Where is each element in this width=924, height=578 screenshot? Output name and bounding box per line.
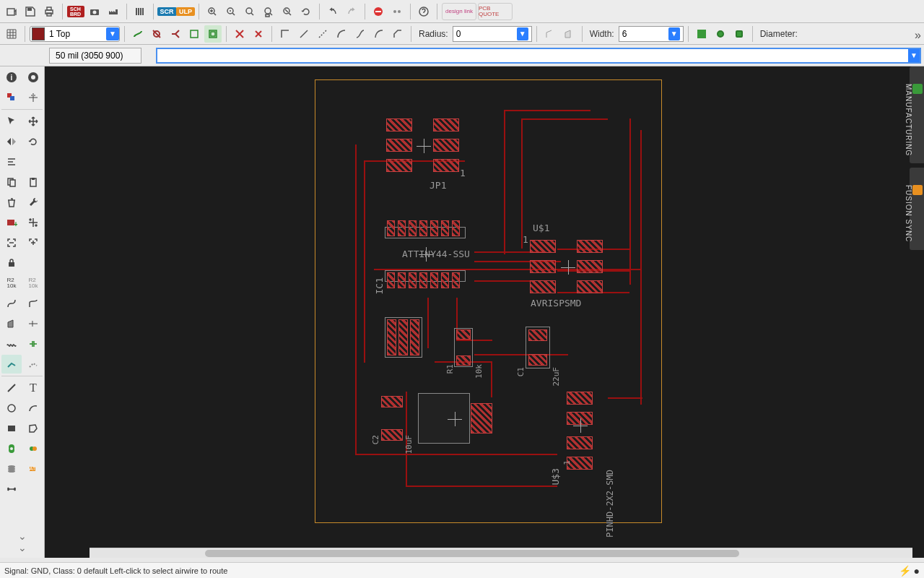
fusion-sync-tab[interactable]: FUSION SYNC <box>910 168 924 249</box>
show-icon[interactable] <box>23 68 43 87</box>
zoom-fit-icon[interactable] <box>204 3 221 20</box>
hole-icon[interactable] <box>23 439 43 458</box>
undo-icon[interactable] <box>324 3 341 20</box>
loop-remove-icon[interactable] <box>186 25 203 43</box>
via-round-icon[interactable] <box>712 25 729 43</box>
ulp-icon[interactable]: ULP <box>177 3 194 20</box>
manufacture-icon[interactable] <box>105 3 122 20</box>
rotate-icon[interactable] <box>23 132 43 151</box>
replace-icon[interactable] <box>23 213 43 232</box>
rect-icon[interactable] <box>1 419 22 438</box>
sch-brd-switch-icon[interactable]: SCH BRD <box>67 3 84 20</box>
bend2-icon[interactable] <box>314 25 331 43</box>
signal-icon[interactable] <box>1 460 22 478</box>
save-icon[interactable] <box>22 3 39 20</box>
svg-point-14 <box>265 8 271 14</box>
radius-input[interactable]: 0▼ <box>453 26 532 42</box>
width-input[interactable]: 6▼ <box>619 26 684 42</box>
command-bar: 50 mil (3050 900) ▼ <box>0 45 924 66</box>
group-icon[interactable] <box>1 233 22 252</box>
via-oct-icon[interactable] <box>731 25 748 43</box>
split-icon[interactable] <box>1 294 22 313</box>
grid-icon[interactable] <box>3 25 20 43</box>
pcb-canvas[interactable]: JP1 1 IC1 ATTINY44-SSU <box>45 66 924 558</box>
mirror-icon[interactable] <box>1 132 22 151</box>
via-square-icon[interactable] <box>693 25 710 43</box>
miter2-icon[interactable] <box>560 25 578 43</box>
ripup-x-icon[interactable] <box>250 25 267 43</box>
paste-icon[interactable] <box>23 173 43 191</box>
design-link-button[interactable]: design link <box>442 3 476 20</box>
meander-icon[interactable] <box>1 335 22 353</box>
zoom-sel-icon[interactable] <box>260 3 277 20</box>
route-tool-icon[interactable] <box>1 355 22 374</box>
bend6-icon[interactable] <box>389 25 406 43</box>
miter-tool-icon[interactable] <box>23 294 43 313</box>
value-icon[interactable]: R210k <box>23 274 43 293</box>
svg-rect-33 <box>10 180 15 186</box>
bend5-icon[interactable] <box>370 25 388 43</box>
name-icon[interactable]: R210k <box>1 274 22 293</box>
chevron-down-icon[interactable]: ▼ <box>908 49 920 62</box>
loop-keep-icon[interactable] <box>204 25 222 43</box>
bend1-icon[interactable] <box>295 25 313 43</box>
zoom-refresh-icon[interactable] <box>297 3 315 20</box>
help-icon[interactable] <box>415 3 432 20</box>
lock-icon[interactable] <box>1 254 22 272</box>
redo-icon[interactable] <box>343 3 360 20</box>
wrench-icon[interactable] <box>23 193 43 212</box>
align-icon[interactable] <box>1 152 22 171</box>
info-icon[interactable]: i <box>1 68 22 87</box>
layer-selector[interactable]: 1 Top ▼ <box>30 26 120 42</box>
expand-tools-icon[interactable]: ⌄⌄ <box>1 527 43 556</box>
arc-icon[interactable] <box>23 399 43 418</box>
move-icon[interactable] <box>23 112 43 131</box>
net-icon[interactable] <box>23 335 43 353</box>
polygon-icon[interactable] <box>23 419 43 438</box>
ripup-cross-icon[interactable] <box>231 25 248 43</box>
route-walk-icon[interactable] <box>148 25 165 43</box>
chevron-down-icon: ▼ <box>106 27 119 40</box>
delete-icon[interactable] <box>1 193 22 212</box>
diameter-label: Diameter: <box>760 29 798 39</box>
bend4-icon[interactable] <box>352 25 369 43</box>
svg-point-20 <box>398 10 401 13</box>
pcb-quote-button[interactable]: PCB QUOTE <box>478 3 513 20</box>
go-icon[interactable] <box>388 3 406 20</box>
coordinates-display: 50 mil (3050 900) <box>49 48 141 64</box>
dimension-icon[interactable] <box>1 480 22 499</box>
slice-icon[interactable] <box>1 314 22 333</box>
text-icon[interactable]: T <box>23 379 43 397</box>
ripup-tool-icon[interactable] <box>23 355 43 374</box>
horizontal-scrollbar[interactable] <box>90 548 912 558</box>
mark-icon[interactable] <box>23 88 43 107</box>
zoom-out-icon[interactable] <box>241 3 258 20</box>
via-icon[interactable] <box>1 439 22 458</box>
copy-icon[interactable] <box>1 173 22 191</box>
stop-icon[interactable] <box>370 3 387 20</box>
library-icon[interactable] <box>131 3 149 20</box>
zoom-redraw-icon[interactable] <box>279 3 296 20</box>
bend0-icon[interactable] <box>276 25 294 43</box>
scr-icon[interactable]: SCR <box>158 3 175 20</box>
manufacturing-tab[interactable]: MANUFACTURING <box>910 66 924 163</box>
svg-rect-31 <box>10 96 14 100</box>
add-part-icon[interactable]: + <box>1 213 22 232</box>
attribute-icon[interactable]: AT <box>23 460 43 478</box>
overflow-icon[interactable]: » <box>915 29 921 42</box>
command-input[interactable] <box>157 49 908 62</box>
layers-icon[interactable] <box>1 88 22 107</box>
select-icon[interactable] <box>1 112 22 131</box>
cam-icon[interactable] <box>86 3 103 20</box>
open-icon[interactable] <box>3 3 20 20</box>
miter-icon[interactable] <box>541 25 559 43</box>
zoom-in-icon[interactable] <box>222 3 240 20</box>
print-icon[interactable] <box>40 3 58 20</box>
bend3-icon[interactable] <box>333 25 350 43</box>
line-icon[interactable] <box>1 379 22 397</box>
route-push-icon[interactable] <box>167 25 184 43</box>
ungroup-icon[interactable] <box>23 233 43 252</box>
circle-icon[interactable] <box>1 399 22 418</box>
route-icon[interactable] <box>129 25 147 43</box>
optimize-icon[interactable] <box>23 314 43 333</box>
